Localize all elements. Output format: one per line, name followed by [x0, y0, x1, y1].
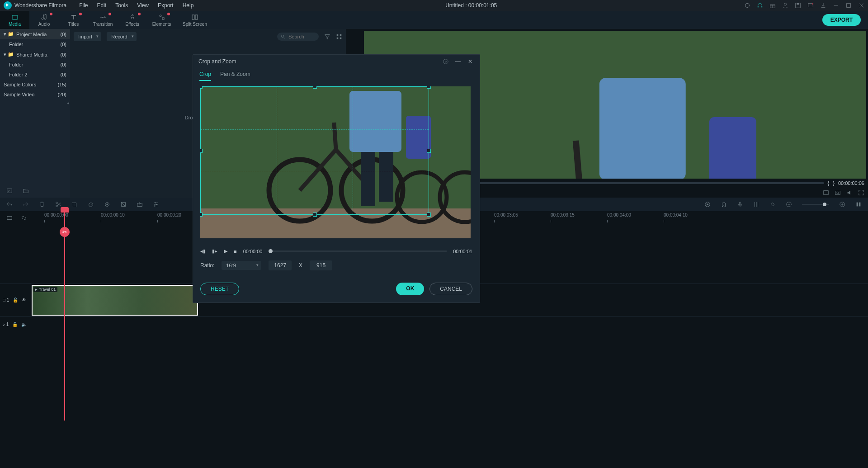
close-icon[interactable]: ✕ — [468, 58, 474, 65]
playhead-handle[interactable]: ✂ — [61, 207, 69, 237]
minimize-icon[interactable]: — — [455, 58, 462, 65]
minimize-icon[interactable] — [833, 2, 839, 9]
menu-edit[interactable]: Edit — [93, 2, 111, 9]
menu-file[interactable]: File — [75, 2, 92, 9]
tab-elements[interactable]: Elements — [147, 11, 176, 29]
export-button[interactable]: EXPORT — [822, 14, 861, 26]
lock-icon[interactable]: 🔓 — [13, 298, 18, 303]
menu-view[interactable]: View — [132, 2, 153, 9]
zoom-fit-icon[interactable] — [855, 201, 862, 208]
tab-crop[interactable]: Crop — [199, 68, 211, 81]
tab-titles[interactable]: Titles — [59, 11, 88, 29]
split-icon[interactable] — [55, 201, 61, 208]
play-icon[interactable]: ▶ — [224, 248, 227, 254]
menu-tools[interactable]: Tools — [111, 2, 132, 9]
adjust-icon[interactable] — [153, 201, 159, 208]
zoom-in-icon[interactable] — [839, 201, 845, 208]
tab-audio[interactable]: Audio — [29, 11, 59, 29]
color-icon[interactable] — [104, 201, 110, 208]
crop-handle-nw[interactable] — [200, 86, 203, 89]
voiceover-icon[interactable] — [737, 201, 743, 208]
timeline-clip[interactable]: ▸Travel 01 — [32, 285, 198, 316]
tree-folder-2[interactable]: Folder 2(0) — [0, 70, 70, 80]
tab-effects[interactable]: Effects — [118, 11, 147, 29]
gift-icon[interactable] — [769, 2, 776, 9]
crop-handle-e[interactable] — [427, 149, 431, 153]
crop-width-input[interactable]: 1627 — [269, 260, 292, 270]
zoom-out-icon[interactable] — [786, 201, 792, 208]
cancel-button[interactable]: CANCEL — [429, 283, 472, 295]
audio-track[interactable]: ♪ 1 🔓 🔈 — [0, 316, 868, 332]
filter-icon[interactable] — [324, 33, 330, 40]
crop-preview[interactable] — [200, 86, 471, 238]
record-dropdown[interactable]: Record — [107, 32, 136, 41]
speed-icon[interactable] — [88, 201, 94, 208]
crop-handle-sw[interactable] — [200, 213, 203, 217]
quality-icon[interactable] — [823, 189, 829, 196]
collapse-icon[interactable]: ◂ — [0, 99, 70, 106]
prev-frame-icon[interactable]: ◂▮ — [200, 248, 206, 254]
crop-height-input[interactable]: 915 — [310, 260, 332, 270]
tree-sample-video[interactable]: Sample Video(20) — [0, 90, 70, 99]
new-folder-icon[interactable] — [23, 188, 29, 194]
tree-folder[interactable]: Folder(0) — [0, 39, 70, 49]
tab-media[interactable]: Media — [0, 11, 29, 29]
close-icon[interactable] — [858, 2, 864, 9]
redo-icon[interactable] — [23, 201, 29, 208]
tree-project-media[interactable]: ▾ 📁 Project Media(0) — [0, 29, 70, 39]
playhead-line[interactable] — [64, 208, 65, 421]
mute-icon[interactable]: 🔈 — [21, 322, 27, 327]
maximize-icon[interactable] — [845, 2, 852, 9]
crop-handle-se[interactable] — [427, 213, 431, 217]
tree-shared-media[interactable]: ▾ 📁 Shared Media(0) — [0, 49, 70, 60]
undo-icon[interactable] — [6, 201, 13, 208]
fullscreen-icon[interactable] — [858, 189, 864, 196]
ok-button[interactable]: OK — [396, 283, 424, 295]
bracket-in-icon[interactable]: { — [828, 180, 830, 186]
crop-handle-ne[interactable] — [427, 86, 431, 89]
grid-view-icon[interactable] — [336, 33, 342, 40]
message-icon[interactable] — [807, 2, 814, 9]
expand-icon[interactable] — [6, 188, 13, 194]
ratio-select[interactable]: 16:9 — [222, 261, 261, 270]
tree-sample-colors[interactable]: Sample Colors(15) — [0, 80, 70, 90]
crop-scrubber[interactable] — [269, 251, 447, 252]
mixer-icon[interactable] — [753, 201, 760, 208]
crop-icon[interactable] — [71, 201, 78, 208]
menu-help[interactable]: Help — [178, 2, 198, 9]
help-icon[interactable]: ? — [443, 58, 449, 65]
reset-button[interactable]: RESET — [200, 283, 239, 295]
keyframe-icon[interactable] — [769, 201, 776, 208]
headphones-icon[interactable] — [757, 2, 763, 9]
save-icon[interactable] — [795, 2, 801, 9]
next-frame-icon[interactable]: ▮▸ — [212, 248, 217, 254]
crop-rectangle[interactable] — [200, 86, 429, 215]
tab-transition[interactable]: Transition — [88, 11, 118, 29]
render-icon[interactable] — [704, 201, 711, 208]
download-icon[interactable] — [820, 2, 826, 9]
select-tool-icon[interactable] — [6, 215, 13, 221]
search-input[interactable] — [288, 34, 314, 39]
settings-icon[interactable] — [744, 2, 750, 9]
eye-icon[interactable]: 👁 — [22, 298, 26, 303]
menu-export[interactable]: Export — [153, 2, 178, 9]
bracket-out-icon[interactable]: } — [833, 180, 835, 186]
tab-splitscreen[interactable]: Split Screen — [176, 11, 213, 29]
crop-handle-s[interactable] — [313, 213, 317, 217]
scissors-icon[interactable]: ✂ — [60, 227, 70, 237]
export-frame-icon[interactable] — [137, 201, 143, 208]
tab-pan-zoom[interactable]: Pan & Zoom — [220, 68, 250, 81]
volume-icon[interactable] — [846, 189, 853, 196]
crop-handle-w[interactable] — [200, 149, 203, 153]
crop-handle-n[interactable] — [313, 86, 317, 89]
snapshot-icon[interactable] — [835, 189, 841, 196]
tree-folder[interactable]: Folder(0) — [0, 60, 70, 70]
greenscreen-icon[interactable] — [120, 201, 127, 208]
delete-icon[interactable] — [39, 201, 45, 208]
link-icon[interactable] — [21, 215, 27, 221]
lock-icon[interactable]: 🔓 — [12, 322, 18, 327]
zoom-slider[interactable] — [802, 204, 829, 205]
account-icon[interactable] — [782, 2, 788, 9]
import-dropdown[interactable]: Import — [74, 32, 101, 41]
marker-icon[interactable] — [721, 201, 727, 208]
